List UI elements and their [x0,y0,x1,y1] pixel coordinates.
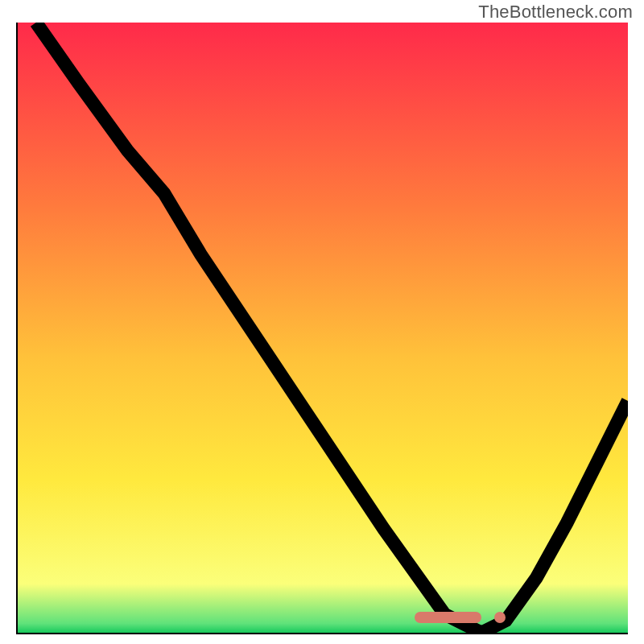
chart-background [18,23,628,633]
watermark-text: TheBottleneck.com [478,2,633,23]
optimal-range-marker [415,612,481,623]
chart-svg [18,23,628,633]
optimal-point-marker [494,612,506,623]
chart-container [16,23,628,634]
